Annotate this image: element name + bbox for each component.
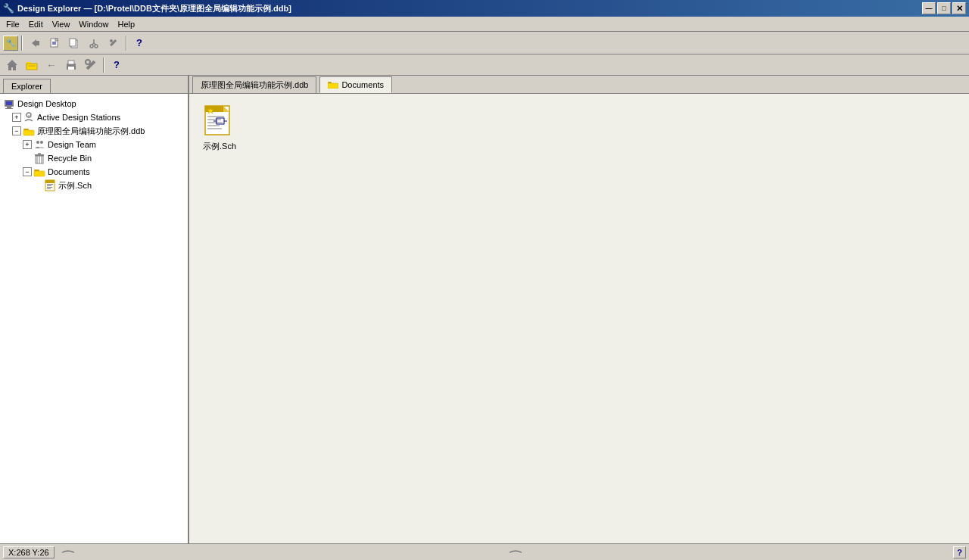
svg-rect-44 (47, 184, 53, 185)
tree-label-ddb: 原理图全局编辑功能示例.ddb (37, 126, 145, 137)
minimize-button[interactable]: — (922, 2, 936, 14)
tree-item-active-stations[interactable]: + Active Design Stations (2, 110, 186, 124)
tree-item-design-desktop[interactable]: Design Desktop (2, 97, 186, 110)
documents-folder-icon (33, 166, 45, 178)
svg-rect-46 (47, 187, 52, 188)
menu-window[interactable]: Window (74, 18, 113, 30)
menu-help[interactable]: Help (113, 18, 139, 30)
explorer-tab-bar: Explorer (0, 76, 188, 94)
toolbar-secondary: ← ? (0, 54, 969, 76)
tab-explorer[interactable]: Explorer (3, 79, 51, 93)
tree-label-design-team: Design Team (48, 140, 96, 149)
main-area: Explorer Design Desktop + Active Design … (0, 76, 969, 543)
tree-item-documents[interactable]: − Documents (2, 165, 186, 179)
status-bar: X:268 Y:26 ? (0, 543, 969, 560)
title-bar: 🔧 Design Explorer — [D:\Protel\DDB文件夹\原理… (0, 0, 969, 17)
expand-documents[interactable]: − (23, 167, 32, 176)
separator3 (103, 58, 104, 73)
tree-item-ddb-file[interactable]: − 原理图全局编辑功能示例.ddb (2, 124, 186, 138)
svg-rect-41 (34, 171, 45, 176)
status-arrow1 (61, 546, 76, 558)
status-help-icon[interactable]: ? (953, 546, 966, 558)
file-item-sch[interactable]: 示例.Sch (195, 100, 244, 155)
sch-file-icon-large (201, 103, 238, 139)
tree-label-recycle-bin: Recycle Bin (48, 154, 92, 163)
expand-design-team[interactable]: + (23, 140, 32, 149)
tree-label-sch: 示例.Sch (58, 180, 92, 191)
svg-point-8 (90, 45, 93, 48)
app-logo-button[interactable]: 🔧 (3, 36, 18, 51)
tab-documents-label: Documents (341, 80, 384, 89)
svg-rect-20 (68, 61, 74, 64)
copy-icon (68, 37, 80, 49)
tools-icon (107, 37, 120, 49)
back2-button[interactable]: ← (42, 57, 61, 73)
scissors-icon (88, 37, 100, 49)
new-icon (48, 37, 61, 49)
tree-item-recycle-bin[interactable]: Recycle Bin (2, 151, 186, 165)
svg-point-14 (110, 39, 113, 42)
computer-icon (3, 98, 15, 110)
svg-rect-43 (45, 180, 55, 183)
separator2 (126, 36, 127, 51)
tree-item-sch-file[interactable]: 示例.Sch (2, 179, 186, 192)
svg-point-32 (36, 141, 39, 144)
svg-rect-52 (205, 106, 223, 112)
stations-icon (23, 111, 35, 123)
svg-rect-45 (47, 185, 51, 186)
svg-point-23 (86, 60, 90, 64)
expand-ddb[interactable]: − (12, 126, 21, 135)
svg-rect-26 (7, 107, 11, 108)
menu-view[interactable]: View (48, 18, 75, 30)
wrench-button[interactable] (82, 57, 100, 73)
svg-rect-21 (68, 67, 74, 70)
tab-ddb-file[interactable]: 原理图全局编辑功能示例.ddb (192, 76, 316, 93)
menu-edit[interactable]: Edit (24, 18, 48, 30)
svg-rect-7 (70, 39, 76, 46)
tree-label-active-stations: Active Design Stations (37, 113, 120, 122)
tab-documents[interactable]: Documents (319, 76, 392, 93)
svg-rect-17 (26, 64, 37, 70)
wrench-icon (84, 58, 98, 72)
help-button[interactable]: ? (130, 35, 148, 51)
back-button[interactable] (26, 35, 44, 51)
svg-rect-47 (47, 188, 51, 189)
new-button[interactable] (45, 35, 64, 51)
svg-line-10 (92, 43, 94, 45)
toolbar-main: 🔧 (0, 32, 969, 54)
cut-button[interactable] (85, 35, 103, 51)
sch-tree-icon (44, 179, 56, 191)
title-controls: — □ ✕ (922, 2, 966, 14)
open-folder-button[interactable] (23, 57, 41, 73)
maximize-button[interactable]: □ (937, 2, 951, 14)
app-icon: 🔧 (3, 3, 14, 14)
svg-marker-15 (7, 60, 17, 70)
print-button[interactable] (62, 57, 80, 73)
right-tab-bar: 原理图全局编辑功能示例.ddb Documents (189, 76, 969, 94)
svg-rect-27 (5, 108, 13, 109)
expand-stations[interactable]: + (12, 113, 21, 122)
svg-rect-38 (35, 154, 44, 156)
status-arrow2 (508, 546, 523, 558)
back-icon (29, 37, 41, 49)
content-panel: 原理图全局编辑功能示例.ddb Documents (189, 76, 969, 543)
tree-item-design-team[interactable]: + Design Team (2, 138, 186, 151)
svg-rect-30 (23, 129, 29, 130)
svg-rect-25 (6, 101, 12, 105)
menu-file[interactable]: File (2, 18, 24, 30)
svg-rect-48 (328, 82, 332, 83)
file-tree: Design Desktop + Active Design Stations … (0, 94, 188, 543)
svg-rect-49 (328, 83, 338, 89)
close-button[interactable]: ✕ (952, 2, 966, 14)
team-icon (33, 138, 45, 151)
help2-button[interactable]: ? (107, 57, 126, 73)
copy-button[interactable] (65, 35, 83, 51)
svg-marker-0 (32, 39, 36, 47)
home-button[interactable] (3, 57, 21, 73)
tools-button[interactable] (104, 35, 123, 51)
svg-rect-31 (23, 130, 34, 135)
recycle-bin-icon (33, 152, 45, 164)
title-text: Design Explorer — [D:\Protel\DDB文件夹\原理图全… (17, 3, 291, 14)
documents-folder-tab-icon (328, 79, 338, 90)
menu-bar: File Edit View Window Help (0, 17, 969, 32)
